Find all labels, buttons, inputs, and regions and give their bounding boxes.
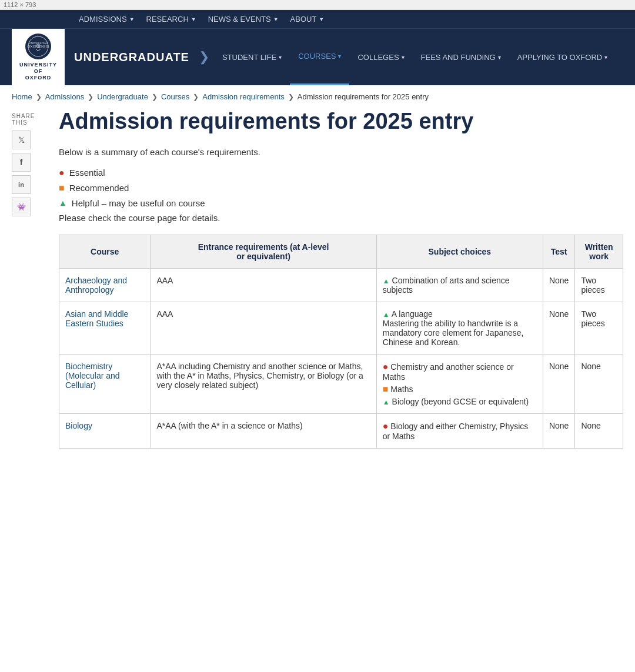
oxford-crest: UNIVERSITAS OXONIENSIS xyxy=(25,34,51,59)
share-label: SHARE THIS xyxy=(12,113,47,126)
share-reddit[interactable]: 👾 xyxy=(12,198,31,216)
table-row: Archaeology and Anthropology AAA ▲ Combi… xyxy=(59,268,623,302)
nav-student-life[interactable]: STUDENT LIFE ▾ xyxy=(214,29,290,85)
subject-text: Maths xyxy=(390,385,413,394)
entrance-cell: AAA xyxy=(151,302,376,354)
legend-recommended: ■ Recommended xyxy=(59,183,623,193)
top-nav-bar: ADMISSIONS ▼ RESEARCH ▼ NEWS & EVENTS ▼ … xyxy=(0,10,635,28)
subject-cell: ▲ A language Mastering the ability to ha… xyxy=(376,302,543,354)
main-nav-items: STUDENT LIFE ▾ COURSES ▾ COLLEGES ▾ FEES… xyxy=(214,29,616,85)
course-link-biochemistry[interactable]: Biochemistry (Molecular and Cellular) xyxy=(65,362,120,390)
col-entrance: Entrance requirements (at A-levelor equi… xyxy=(151,235,376,268)
entrance-cell: A*AA including Chemistry and another sci… xyxy=(151,354,376,413)
top-nav-about[interactable]: ABOUT ▼ xyxy=(290,15,325,24)
subject-text-1: A language xyxy=(392,309,433,319)
course-link-biology[interactable]: Biology xyxy=(65,421,92,430)
subject-item: ■ Maths xyxy=(383,384,537,394)
helpful-icon: ▲ xyxy=(383,277,390,285)
breadcrumb-courses[interactable]: Courses xyxy=(161,92,189,101)
summary-text: Below is a summary of each course's requ… xyxy=(59,147,623,157)
subject-cell: ● Chemistry and another science or Maths… xyxy=(376,354,543,413)
helpful-icon: ▲ xyxy=(383,398,390,406)
logo-bar: UNIVERSITAS OXONIENSIS UNIVERSITY OF OXF… xyxy=(0,28,635,85)
recommended-dot: ■ xyxy=(59,183,65,193)
breadcrumb-admission-req[interactable]: Admission requirements xyxy=(202,92,284,101)
table-row: Biology A*AA (with the A* in a science o… xyxy=(59,413,623,448)
main-content: Admission requirements for 2025 entry Be… xyxy=(59,108,623,449)
col-test: Test xyxy=(543,235,574,268)
helpful-dot: ▲ xyxy=(59,198,67,208)
course-link-archaeology[interactable]: Archaeology and Anthropology xyxy=(65,276,127,295)
subject-cell: ● Biology and either Chemistry, Physics … xyxy=(376,413,543,448)
admission-requirements-table: Course Entrance requirements (at A-level… xyxy=(59,235,623,449)
subject-item: ● Chemistry and another science or Maths xyxy=(383,362,537,382)
breadcrumb-home[interactable]: Home xyxy=(12,92,32,101)
top-nav-news-events[interactable]: NEWS & EVENTS ▼ xyxy=(208,15,279,24)
recommended-icon: ■ xyxy=(383,384,389,394)
nav-courses[interactable]: COURSES ▾ xyxy=(290,29,349,85)
written-cell: Two pieces xyxy=(575,302,623,354)
top-nav-admissions[interactable]: ADMISSIONS ▼ xyxy=(79,15,135,24)
logo-university-of: UNIVERSITY OF OXFORD xyxy=(16,62,60,81)
subject-cell: ▲ Combination of arts and science subjec… xyxy=(376,268,543,302)
undergraduate-label: UNDERGRADUATE xyxy=(65,29,199,85)
subject-item: ▲ Biology (beyond GCSE or equivalent) xyxy=(383,397,537,406)
essential-icon: ● xyxy=(383,362,389,372)
main-nav: UNDERGRADUATE ❯ STUDENT LIFE ▾ COURSES ▾… xyxy=(65,29,635,85)
share-sidebar: SHARE THIS 𝕏 f in 👾 xyxy=(12,108,47,449)
written-cell: None xyxy=(575,413,623,448)
legend-helpful: ▲ Helpful – may be useful on course xyxy=(59,198,623,208)
essential-icon: ● xyxy=(383,421,389,431)
helpful-icon: ▲ xyxy=(383,310,390,319)
subject-text: Biology and either Chemistry, Physics or… xyxy=(383,422,529,441)
course-cell: Biology xyxy=(59,413,151,448)
entrance-cell: AAA xyxy=(151,268,376,302)
breadcrumb-admissions[interactable]: Admissions xyxy=(45,92,84,101)
test-cell: None xyxy=(543,413,574,448)
share-facebook[interactable]: f xyxy=(12,153,31,172)
col-course: Course xyxy=(59,235,151,268)
legend-essential: ● Essential xyxy=(59,168,623,178)
col-subject: Subject choices xyxy=(376,235,543,268)
nav-fees-funding[interactable]: FEES AND FUNDING ▾ xyxy=(413,29,509,85)
essential-label: Essential xyxy=(69,168,105,178)
table-header-row: Course Entrance requirements (at A-level… xyxy=(59,235,623,268)
written-cell: Two pieces xyxy=(575,268,623,302)
course-cell: Biochemistry (Molecular and Cellular) xyxy=(59,354,151,413)
breadcrumb: Home ❯ Admissions ❯ Undergraduate ❯ Cour… xyxy=(0,85,635,108)
test-cell: None xyxy=(543,354,574,413)
page-title: Admission requirements for 2025 entry xyxy=(59,108,623,135)
essential-dot: ● xyxy=(59,168,65,178)
window-size-label: 1112 × 793 xyxy=(0,0,635,10)
test-cell: None xyxy=(543,302,574,354)
written-cell: None xyxy=(575,354,623,413)
table-row: Asian and Middle Eastern Studies AAA ▲ A… xyxy=(59,302,623,354)
logo-box[interactable]: UNIVERSITAS OXONIENSIS UNIVERSITY OF OXF… xyxy=(12,29,65,85)
subject-text-2: Mastering the ability to handwrite is a … xyxy=(383,319,524,347)
table-row: Biochemistry (Molecular and Cellular) A*… xyxy=(59,354,623,413)
top-nav-research[interactable]: RESEARCH ▼ xyxy=(146,15,196,24)
nav-separator-arrow: ❯ xyxy=(199,29,209,85)
helpful-label: Helpful – may be useful on course xyxy=(72,198,205,208)
subject-text: Combination of arts and science subjects xyxy=(383,276,510,295)
entrance-cell: A*AA (with the A* in a science or Maths) xyxy=(151,413,376,448)
col-written: Written work xyxy=(575,235,623,268)
subject-text: Chemistry and another science or Maths xyxy=(383,362,514,382)
subject-text: Biology (beyond GCSE or equivalent) xyxy=(392,397,529,406)
course-cell: Asian and Middle Eastern Studies xyxy=(59,302,151,354)
course-cell: Archaeology and Anthropology xyxy=(59,268,151,302)
top-nav-items: ADMISSIONS ▼ RESEARCH ▼ NEWS & EVENTS ▼ … xyxy=(79,15,324,24)
share-twitter[interactable]: 𝕏 xyxy=(12,131,31,149)
check-text: Please check the course page for details… xyxy=(59,213,623,223)
share-linkedin[interactable]: in xyxy=(12,175,31,194)
page-layout: SHARE THIS 𝕏 f in 👾 Admission requiremen… xyxy=(0,108,635,449)
recommended-label: Recommended xyxy=(69,183,129,193)
nav-applying-oxford[interactable]: APPLYING TO OXFORD ▾ xyxy=(509,29,616,85)
breadcrumb-current: Admission requirements for 2025 entry xyxy=(298,92,429,101)
course-link-asian-middle-eastern[interactable]: Asian and Middle Eastern Studies xyxy=(65,309,128,328)
nav-colleges[interactable]: COLLEGES ▾ xyxy=(349,29,412,85)
breadcrumb-undergraduate[interactable]: Undergraduate xyxy=(97,92,148,101)
test-cell: None xyxy=(543,268,574,302)
